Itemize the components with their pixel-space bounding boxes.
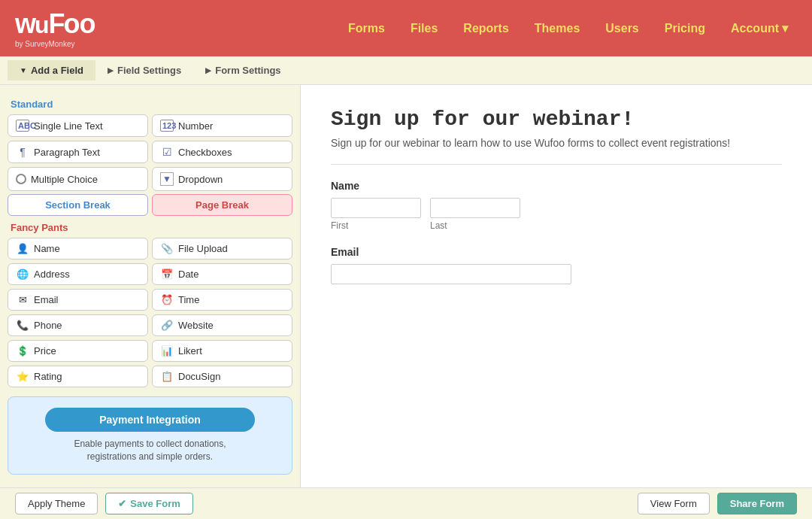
save-form-label: Save Form: [130, 498, 180, 509]
field-price-label: Price: [34, 345, 56, 357]
logo: wuFoo by SurveyMonkey: [15, 8, 95, 48]
field-number[interactable]: 123 Number: [152, 114, 292, 137]
tab-form-settings-label: Form Settings: [215, 65, 280, 76]
field-address-label: Address: [34, 269, 70, 280]
name-field-label: Name: [331, 180, 782, 192]
tab-add-field-arrow: ▼: [20, 66, 27, 74]
field-time-label: Time: [178, 294, 199, 305]
field-rating-icon: ⭐: [16, 371, 29, 382]
field-time-icon: ⏰: [160, 294, 174, 305]
payment-section: Payment Integration Enable payments to c…: [8, 396, 292, 475]
field-phone-icon: 📞: [16, 320, 29, 331]
field-website-label: Website: [178, 320, 214, 331]
logo-subtitle: by SurveyMonkey: [15, 40, 95, 48]
footer: Apply Theme ✔ Save Form View Form Share …: [0, 487, 812, 519]
field-address-icon: 🌐: [16, 269, 29, 280]
nav-account[interactable]: Account▾: [722, 17, 797, 39]
field-checkboxes[interactable]: ☑ Checkboxes: [152, 141, 292, 163]
sub-header: ▼ Add a Field ▶ Field Settings ▶ Form Se…: [0, 56, 812, 85]
field-rating-label: Rating: [34, 371, 62, 382]
form-description: Sign up for our webinar to learn how to …: [331, 137, 782, 149]
first-name-label: First: [331, 220, 421, 231]
field-multiple-choice[interactable]: Multiple Choice: [8, 167, 148, 191]
field-date-icon: 📅: [160, 269, 174, 280]
name-field-row: First Last: [331, 198, 782, 231]
section-break-button[interactable]: Section Break: [8, 194, 148, 216]
last-name-col: Last: [430, 198, 520, 231]
standard-section-label: Standard: [11, 99, 292, 110]
field-phone[interactable]: 📞 Phone: [8, 314, 148, 336]
payment-integration-button[interactable]: Payment Integration: [45, 408, 255, 432]
field-price-icon: 💲: [16, 345, 29, 357]
field-number-label: Number: [178, 120, 213, 132]
field-single-line-icon: ABC: [16, 120, 29, 132]
field-dropdown[interactable]: ▼ Dropdown: [152, 167, 292, 191]
share-form-button[interactable]: Share Form: [717, 493, 797, 514]
last-name-input[interactable]: [430, 198, 520, 218]
field-rating[interactable]: ⭐ Rating: [8, 366, 148, 387]
nav-forms[interactable]: Forms: [339, 18, 394, 39]
field-email[interactable]: ✉ Email: [8, 289, 148, 311]
field-address[interactable]: 🌐 Address: [8, 263, 148, 285]
payment-description: Enable payments to collect donations,reg…: [19, 438, 281, 463]
field-single-line-label: Single Line Text: [34, 120, 103, 132]
nav-files[interactable]: Files: [401, 18, 447, 39]
field-website-icon: 🔗: [160, 320, 174, 331]
field-paragraph-icon: ¶: [16, 146, 29, 158]
field-name[interactable]: 👤 Name: [8, 238, 148, 260]
tab-field-settings-label: Field Settings: [117, 65, 181, 76]
fancy-section-label: Fancy Pants: [11, 222, 292, 233]
field-email-label: Email: [34, 294, 59, 305]
field-phone-label: Phone: [34, 320, 62, 331]
last-name-label: Last: [430, 220, 520, 231]
nav-users[interactable]: Users: [596, 18, 647, 39]
field-multiple-choice-icon: [16, 174, 26, 184]
field-file-upload-icon: 📎: [160, 243, 174, 254]
main-nav: Forms Files Reports Themes Users Pricing…: [339, 17, 797, 39]
email-field-label: Email: [331, 246, 782, 258]
field-price[interactable]: 💲 Price: [8, 340, 148, 362]
apply-theme-button[interactable]: Apply Theme: [15, 493, 98, 514]
field-likert-icon: 📊: [160, 345, 174, 357]
break-buttons-row: Section Break Page Break: [8, 194, 292, 216]
field-docusign[interactable]: 📋 DocuSign: [152, 366, 292, 387]
nav-reports[interactable]: Reports: [454, 18, 517, 39]
field-file-upload[interactable]: 📎 File Upload: [152, 238, 292, 260]
field-dropdown-label: Dropdown: [178, 174, 223, 185]
email-input[interactable]: [331, 264, 571, 284]
name-field-group: Name First Last: [331, 180, 782, 231]
page-break-button[interactable]: Page Break: [152, 194, 292, 216]
tab-add-field-label: Add a Field: [31, 65, 83, 76]
field-file-upload-label: File Upload: [178, 243, 228, 254]
field-date-label: Date: [178, 269, 198, 280]
field-date[interactable]: 📅 Date: [152, 263, 292, 285]
nav-themes[interactable]: Themes: [526, 18, 589, 39]
email-field-group: Email: [331, 246, 782, 284]
field-dropdown-icon: ▼: [160, 172, 174, 186]
field-paragraph[interactable]: ¶ Paragraph Text: [8, 141, 148, 163]
field-number-icon: 123: [160, 120, 174, 132]
field-likert[interactable]: 📊 Likert: [152, 340, 292, 362]
main-content: Standard ABC Single Line Text 123 Number…: [0, 85, 812, 487]
tab-form-settings[interactable]: ▶ Form Settings: [193, 60, 292, 80]
field-docusign-label: DocuSign: [178, 371, 220, 382]
field-email-icon: ✉: [16, 294, 29, 305]
field-likert-label: Likert: [178, 345, 202, 357]
tab-add-field[interactable]: ▼ Add a Field: [8, 60, 95, 80]
tab-field-settings-arrow: ▶: [108, 66, 114, 74]
form-preview: Sign up for our webinar! Sign up for our…: [301, 85, 812, 487]
first-name-input[interactable]: [331, 198, 421, 218]
field-checkboxes-label: Checkboxes: [178, 147, 232, 158]
field-paragraph-label: Paragraph Text: [34, 147, 100, 158]
field-time[interactable]: ⏰ Time: [152, 289, 292, 311]
nav-pricing[interactable]: Pricing: [656, 18, 714, 39]
tab-form-settings-arrow: ▶: [205, 66, 211, 74]
field-docusign-icon: 📋: [160, 371, 174, 382]
save-form-button[interactable]: ✔ Save Form: [105, 493, 192, 514]
tab-field-settings[interactable]: ▶ Field Settings: [95, 60, 193, 80]
view-form-button[interactable]: View Form: [638, 493, 710, 514]
standard-fields-grid: ABC Single Line Text 123 Number ¶ Paragr…: [8, 114, 292, 191]
field-website[interactable]: 🔗 Website: [152, 314, 292, 336]
field-single-line[interactable]: ABC Single Line Text: [8, 114, 148, 137]
form-divider: [331, 164, 782, 165]
